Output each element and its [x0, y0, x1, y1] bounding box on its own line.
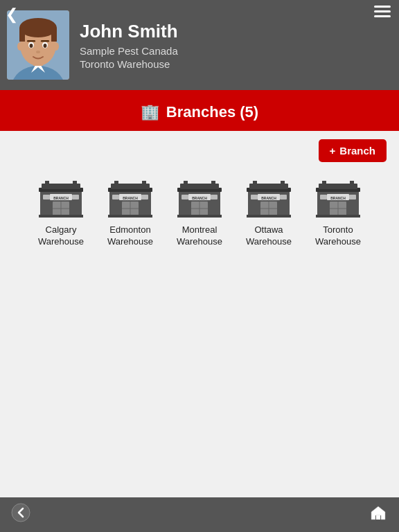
user-location: Toronto Warehouse: [80, 58, 392, 70]
branch-icon-ottawa: BRANCH: [241, 173, 296, 222]
svg-rect-67: [251, 195, 258, 200]
branches-grid: BRANCH CalgaryWarehouse BRANCH: [0, 166, 399, 255]
add-branch-row: + Branch: [0, 131, 399, 166]
svg-rect-84: [316, 215, 360, 218]
branch-icon-montreal: BRANCH: [172, 173, 227, 222]
svg-rect-1: [374, 10, 391, 12]
svg-text:BRANCH: BRANCH: [261, 196, 276, 200]
svg-rect-86: [376, 515, 380, 520]
branch-icon-toronto: BRANCH: [310, 173, 366, 222]
svg-text:BRANCH: BRANCH: [53, 196, 69, 200]
plus-icon: +: [330, 145, 336, 157]
footer: [0, 497, 399, 532]
svg-rect-45: [108, 215, 152, 218]
svg-point-14: [44, 44, 47, 48]
svg-rect-62: [253, 181, 257, 188]
header: ❮: [0, 0, 399, 90]
svg-rect-42: [141, 195, 148, 200]
svg-rect-29: [72, 195, 79, 200]
branch-item-toronto[interactable]: BRANCH TorontoWarehouse: [307, 173, 369, 248]
branch-icon-calgary: BRANCH: [33, 173, 89, 222]
svg-rect-50: [211, 181, 215, 188]
branch-item-edmonton[interactable]: BRANCH EdmontonWarehouse: [99, 173, 161, 248]
svg-rect-0: [374, 6, 391, 8]
svg-rect-32: [39, 215, 83, 218]
branch-item-montreal[interactable]: BRANCH MontrealWarehouse: [168, 173, 231, 248]
branch-icon-edmonton: BRANCH: [103, 173, 158, 222]
svg-rect-54: [181, 195, 188, 200]
svg-rect-75: [322, 181, 326, 188]
svg-rect-71: [247, 215, 291, 218]
add-branch-label: Branch: [339, 145, 375, 157]
svg-rect-37: [142, 181, 146, 188]
svg-rect-55: [211, 195, 218, 200]
svg-point-13: [30, 44, 33, 48]
svg-rect-68: [280, 195, 287, 200]
svg-rect-80: [320, 195, 327, 200]
svg-point-8: [19, 18, 57, 37]
svg-rect-23: [45, 181, 49, 188]
branch-label-toronto: TorontoWarehouse: [315, 224, 361, 248]
footer-back-button[interactable]: [11, 503, 30, 526]
svg-rect-28: [43, 195, 50, 200]
svg-point-18: [17, 42, 23, 51]
svg-rect-2: [374, 15, 391, 17]
back-button[interactable]: ❮: [6, 6, 18, 24]
svg-text:BRANCH: BRANCH: [123, 196, 138, 200]
user-name: John Smith: [80, 21, 392, 42]
svg-rect-36: [114, 181, 118, 188]
svg-text:BRANCH: BRANCH: [192, 196, 207, 200]
user-company: Sample Pest Canada: [80, 45, 392, 57]
branch-item-calgary[interactable]: BRANCH CalgaryWarehouse: [30, 173, 92, 248]
user-info: John Smith Sample Pest Canada Toronto Wa…: [76, 0, 399, 90]
svg-rect-41: [112, 195, 119, 200]
svg-rect-16: [41, 40, 49, 42]
svg-rect-49: [184, 181, 188, 188]
svg-rect-63: [281, 181, 285, 188]
branches-bar-text: 🏢 Branches (5): [141, 103, 258, 121]
svg-text:BRANCH: BRANCH: [330, 196, 346, 200]
branch-label-montreal: MontrealWarehouse: [177, 224, 222, 248]
svg-rect-58: [177, 215, 222, 218]
footer-home-button[interactable]: [369, 503, 388, 526]
branches-bar: 🏢 Branches (5): [0, 94, 399, 131]
branch-label-calgary: CalgaryWarehouse: [38, 224, 84, 248]
branch-item-ottawa[interactable]: BRANCH OttawaWarehouse: [238, 173, 300, 248]
building-icon: 🏢: [141, 103, 159, 121]
svg-rect-9: [19, 28, 25, 42]
svg-point-85: [12, 504, 30, 522]
menu-button[interactable]: [374, 6, 391, 21]
add-branch-button[interactable]: + Branch: [319, 139, 387, 162]
branches-bar-label: Branches (5): [166, 103, 258, 121]
svg-rect-10: [51, 28, 57, 42]
svg-rect-81: [349, 195, 356, 200]
svg-rect-76: [350, 181, 354, 188]
branch-label-edmonton: EdmontonWarehouse: [107, 224, 153, 248]
svg-rect-24: [73, 181, 77, 188]
svg-rect-15: [27, 40, 35, 42]
branch-label-ottawa: OttawaWarehouse: [246, 224, 292, 248]
svg-point-19: [53, 42, 59, 51]
svg-point-17: [36, 51, 40, 53]
